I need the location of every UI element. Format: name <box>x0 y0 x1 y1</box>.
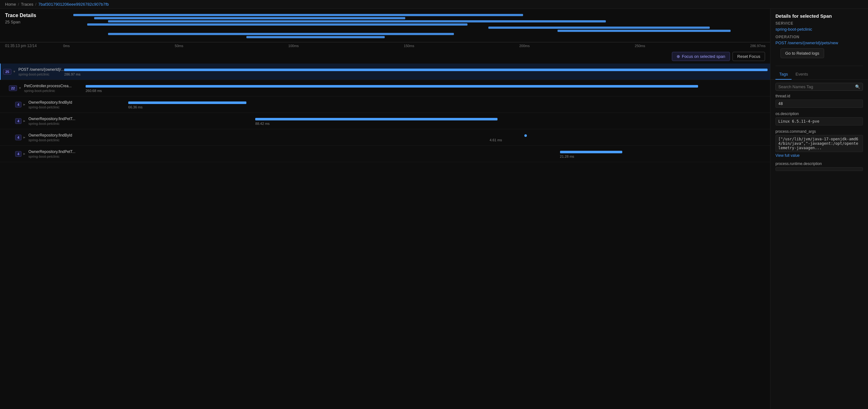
span-duration: 4.61 ms <box>490 138 502 143</box>
expand-arrow-icon[interactable]: ► <box>23 136 26 139</box>
time-labels: 0ms 50ms 100ms 150ms 200ms 250ms 286.97m… <box>63 44 765 48</box>
span-service: spring-boot-petclinic <box>24 89 72 93</box>
service-label: Service <box>775 21 863 26</box>
operation-value-link[interactable]: POST /owners/{ownerId}/pets/new <box>775 40 838 45</box>
span-timeline: 286.97 ms <box>64 66 768 78</box>
time-label-100ms: 100ms <box>288 44 299 48</box>
timeline-chart-area <box>73 12 765 41</box>
time-label-max: 286.97ms <box>750 44 765 48</box>
focus-button-label: Focus on selected span <box>682 54 725 59</box>
focus-on-selected-button[interactable]: ⊕ Focus on selected span <box>672 52 730 61</box>
tag-value: Linux 6.5.11-4-pve <box>775 117 863 125</box>
tab-tags[interactable]: Tags <box>775 69 792 80</box>
span-count-badge: 4 <box>15 151 22 157</box>
span-name: POST /owners/{ownerId}/... <box>18 67 64 72</box>
span-count-badge: 22 <box>9 85 17 91</box>
tag-entry-process-runtime-description: process.runtime.description <box>770 162 868 175</box>
span-info: OwnerRepository.findById spring-boot-pet… <box>28 100 73 109</box>
search-icon: 🔍 <box>855 84 860 89</box>
table-row[interactable]: 4 ► OwnerRepository.findById spring-boot… <box>0 96 770 113</box>
span-name: OwnerRepository.findPetT... <box>28 117 75 121</box>
span-count-badge: 4 <box>15 118 22 124</box>
left-panel: Trace Details 25 Span <box>0 9 770 409</box>
view-full-value-link[interactable]: View full value <box>775 153 863 158</box>
span-duration: 66.36 ms <box>128 105 143 110</box>
reset-focus-button[interactable]: Reset Focus <box>733 52 765 61</box>
overview-bar <box>73 14 523 16</box>
filter-icon: ⊕ <box>677 54 680 59</box>
span-bar <box>255 118 497 120</box>
sep1: / <box>18 2 19 7</box>
operation-label: Operation <box>775 35 863 39</box>
span-service: spring-boot-petclinic <box>18 72 64 76</box>
tag-search-box: 🔍 <box>775 83 863 91</box>
home-link[interactable]: Home <box>5 2 16 7</box>
span-count-badge: 4 <box>15 102 22 108</box>
search-tag-names-input[interactable] <box>778 84 855 89</box>
span-duration: 286.97 ms <box>64 72 80 78</box>
expand-arrow-icon[interactable]: ► <box>23 119 26 123</box>
app-container: Home / Traces / 7baf3017901206eee9926782… <box>0 0 868 409</box>
trace-header: Trace Details 25 Span <box>0 9 770 41</box>
overview-bar <box>94 17 406 19</box>
span-bar <box>86 85 698 88</box>
span-service: spring-boot-petclinic <box>28 154 75 158</box>
focus-buttons-area: ⊕ Focus on selected span Reset Focus <box>0 49 770 63</box>
span-info: OwnerRepository.findById spring-boot-pet… <box>28 133 73 142</box>
table-row[interactable]: 4 ► OwnerRepository.findPetT... spring-b… <box>0 113 770 129</box>
table-row[interactable]: 22 ▼ PetController.processCrea... spring… <box>0 80 770 96</box>
tab-events[interactable]: Events <box>792 69 812 80</box>
related-logs-section: Go to Related logs <box>770 48 868 66</box>
tag-key: thread.id <box>775 94 863 98</box>
span-service: spring-boot-petclinic <box>28 105 73 109</box>
span-badge: 4 ► <box>15 102 26 108</box>
collapse-arrow-icon[interactable]: ▼ <box>18 86 22 90</box>
expand-arrow-icon[interactable]: ► <box>23 152 26 155</box>
span-name: OwnerRepository.findById <box>28 100 73 105</box>
overview-bar <box>87 23 468 26</box>
span-duration: 21.28 ms <box>560 154 574 159</box>
tag-entry-os-description: os.description Linux 6.5.11-4-pve <box>770 112 868 129</box>
span-name: PetController.processCrea... <box>24 84 72 88</box>
traces-link[interactable]: Traces <box>21 2 33 7</box>
page-title: Trace Details <box>5 12 68 18</box>
overview-bar <box>108 20 606 23</box>
span-count-badge: 4 <box>15 135 22 140</box>
divider <box>775 66 863 66</box>
timeline-overview-bars <box>73 14 765 38</box>
expand-arrow-icon[interactable]: ► <box>23 103 26 106</box>
operation-section: Operation POST /owners/{ownerId}/pets/ne… <box>770 35 868 48</box>
time-label-50ms: 50ms <box>175 44 183 48</box>
span-bar <box>128 101 246 104</box>
service-section: Service spring-boot-petclinic <box>770 21 868 35</box>
span-count: 25 Span <box>5 20 68 24</box>
tag-key: process.runtime.description <box>775 162 863 166</box>
span-info: PetController.processCrea... spring-boot… <box>24 84 72 93</box>
tags-scroll-area: thread.id 48 os.description Linux 6.5.11… <box>770 94 868 409</box>
span-bar <box>64 68 768 71</box>
tag-value: 48 <box>775 99 863 108</box>
tag-key: process.command_args <box>775 129 863 134</box>
overview-bar <box>558 30 731 32</box>
span-timeline: 88.42 ms <box>75 115 768 127</box>
span-badge: 22 ▼ <box>9 85 22 91</box>
span-info: OwnerRepository.findPetT... spring-boot-… <box>28 149 75 158</box>
span-duration: 260.68 ms <box>86 89 102 94</box>
span-list: 25 ▼ POST /owners/{ownerId}/... spring-b… <box>0 63 770 409</box>
service-value-link[interactable]: spring-boot-petclinic <box>775 27 812 32</box>
collapse-arrow-icon[interactable]: ▼ <box>12 70 16 73</box>
time-label-150ms: 150ms <box>404 44 414 48</box>
span-info: OwnerRepository.findPetT... spring-boot-… <box>28 117 75 125</box>
table-row[interactable]: 4 ► OwnerRepository.findById spring-boot… <box>0 129 770 146</box>
table-row[interactable]: 4 ► OwnerRepository.findPetT... spring-b… <box>0 146 770 162</box>
go-to-related-logs-button[interactable]: Go to Related logs <box>780 48 824 58</box>
table-row[interactable]: 25 ▼ POST /owners/{ownerId}/... spring-b… <box>0 63 770 80</box>
span-name: OwnerRepository.findById <box>28 133 73 138</box>
span-badge: 25 ▼ <box>3 69 16 75</box>
time-axis: 01:35:13 pm 12/14 0ms 50ms 100ms 150ms 2… <box>0 42 770 49</box>
details-panel-title: Details for selected Span <box>770 9 868 21</box>
main-layout: Trace Details 25 Span <box>0 9 868 409</box>
breadcrumb: Home / Traces / 7baf3017901206eee9926782… <box>0 0 868 9</box>
span-bar <box>560 151 622 153</box>
time-label-250ms: 250ms <box>635 44 645 48</box>
